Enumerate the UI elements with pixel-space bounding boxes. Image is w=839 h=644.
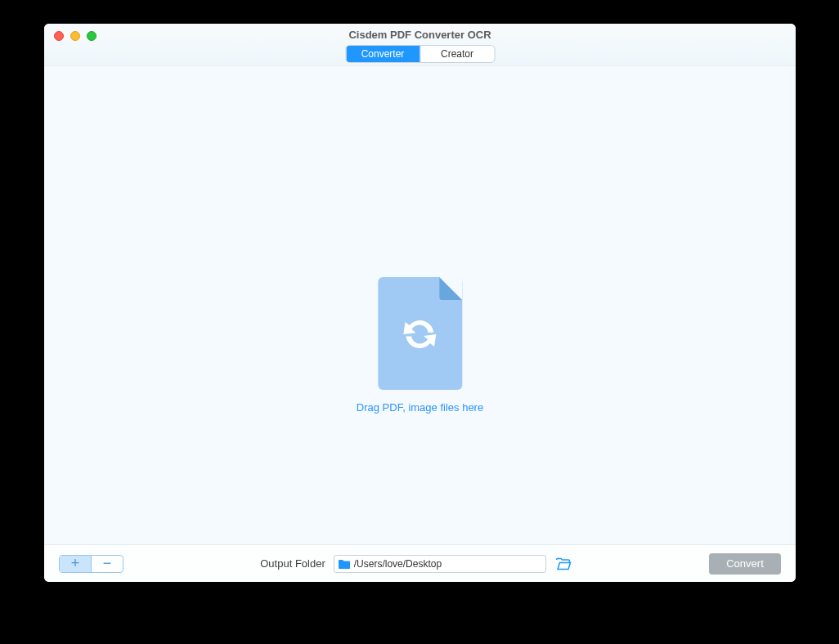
- add-file-button[interactable]: +: [60, 556, 91, 572]
- refresh-arrows-icon: [397, 311, 443, 357]
- main-area: Drag PDF, image files here: [44, 66, 796, 544]
- titlebar: Cisdem PDF Converter OCR Converter Creat…: [44, 24, 796, 66]
- convert-button[interactable]: Convert: [709, 553, 781, 575]
- file-refresh-icon: [378, 277, 462, 390]
- window-title: Cisdem PDF Converter OCR: [44, 29, 796, 41]
- output-folder-field[interactable]: /Users/love/Desktop: [334, 555, 546, 573]
- open-folder-icon: [555, 557, 572, 570]
- tab-converter[interactable]: Converter: [346, 46, 420, 62]
- output-folder-path: /Users/love/Desktop: [354, 558, 542, 570]
- add-remove-group: + −: [59, 555, 123, 573]
- app-window: Cisdem PDF Converter OCR Converter Creat…: [44, 24, 796, 582]
- output-folder-label: Output Folder: [260, 557, 325, 570]
- footer-bar: + − Output Folder /Users/love/Desktop Co…: [44, 544, 796, 582]
- drop-hint: Drag PDF, image files here: [357, 401, 483, 414]
- remove-file-button[interactable]: −: [92, 556, 123, 572]
- mode-tabs: Converter Creator: [345, 45, 495, 63]
- browse-folder-button[interactable]: [554, 555, 572, 573]
- tab-creator[interactable]: Creator: [420, 46, 494, 62]
- drop-zone[interactable]: Drag PDF, image files here: [357, 277, 483, 414]
- folder-icon: [338, 559, 351, 569]
